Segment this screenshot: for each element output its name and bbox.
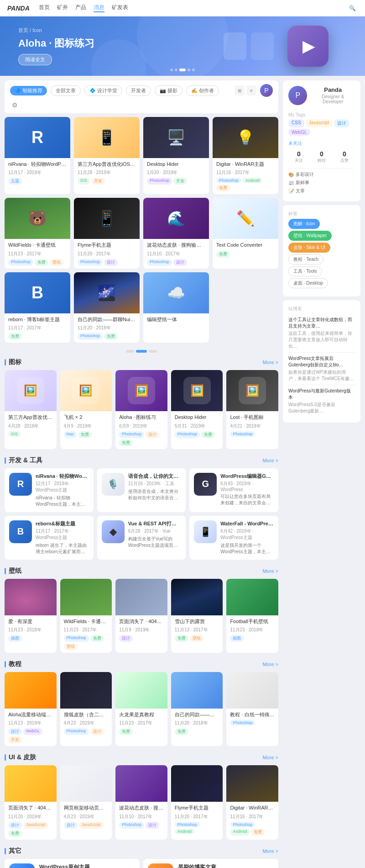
bottom-more-link[interactable]: More > (262, 848, 278, 854)
tut-card[interactable]: 自己的同款——群聊Nui的阿里云Di… 11月20 · 2018年 免费 (171, 672, 223, 746)
page-dot-2[interactable] (136, 350, 147, 353)
hero-dot-5[interactable] (192, 69, 195, 71)
hero-dot-1[interactable] (170, 69, 173, 71)
tut-more-link[interactable]: More > (262, 662, 278, 667)
icon-card-body: Aloha · 图标练习 6月9 · 2019年 Photoshop设计免费 (115, 411, 167, 449)
icon-card[interactable]: 🖼️ Desktop Hider 5月31 · 2019年 Photoshop免… (171, 370, 223, 449)
tut-card[interactable]: Aloha流量移动端在Web上的实现 11月23 · 2019年 设计WebGL… (5, 672, 57, 746)
nav-product[interactable]: 产品 (75, 4, 86, 12)
blog-item-1[interactable]: 这个工具让文章转化成数组，而且支持为文章… 这款工具，使用起来很简单，你只需要将… (288, 314, 355, 353)
nav-home[interactable]: 首页 (39, 4, 50, 12)
nav-message[interactable]: 消息 (94, 4, 104, 12)
post-card[interactable]: 📱 第三方App普改优化iOS12的iOS&状态设… 11月28 · 2019年… (74, 117, 140, 194)
nav-publish[interactable]: 矿发表 (112, 4, 128, 12)
ui-card[interactable]: 网页框架移动页面效果的实现 4月23 · 2019年 设计JavaScript (60, 765, 112, 839)
tag-skin[interactable]: 皮肤 · Skin & UI (288, 243, 330, 253)
post-card[interactable]: 💡 Digitar · WinRAR主题 11月16 · 2017年 Photo… (213, 117, 278, 194)
tut-card[interactable]: 搜狐皮肤（含二级皮肤）的设计方… 4月23 · 2019年 Photoshop设… (60, 672, 112, 746)
dev-card[interactable]: ◆ Vue & REST API打造WordPress主题选项页 6月28 · … (97, 516, 186, 560)
post-card[interactable]: R niRvana · 轻拟物WordPress主题 12月17 · 2019年… (5, 117, 70, 194)
dev-card[interactable]: 🎙️ 语音合成，让你的文章开口说话 11月16 · 2019年 · 工具 使用语… (97, 468, 186, 512)
post-card[interactable]: ☁️ 编辑壁纸一体 (143, 272, 209, 343)
post-card[interactable]: 🐻 WildFields · 卡通壁纸 11月23 · 2017年 Photos… (5, 198, 70, 268)
dev-card[interactable]: 📱 WaterFall - WordPress瀑布流主题 6月42 · 2019… (189, 516, 278, 560)
profile-info: Panda Designer & Developer (311, 86, 355, 109)
tut-card[interactable]: 火龙果是真教程 11月23 · 2017年 免费 (115, 672, 167, 746)
post-card[interactable]: 🌊 波花动态皮肤 · 搜狗输入法 11月10 · 2017年 Photoshop… (143, 198, 209, 268)
tag-design[interactable]: 设计 (334, 119, 349, 127)
tut-tags: Photoshop (230, 720, 275, 725)
page-dot-3[interactable] (149, 350, 157, 353)
tut-card[interactable]: 教程 · 白纸一特殊制作方法 Photoshop (226, 672, 278, 746)
bottom-title: 早期的博客文章 (178, 863, 274, 868)
ui-card[interactable]: 页面消失了 · 404设计 11月20 · 2019年 设计JavaScript… (5, 765, 57, 839)
hero-dot-4[interactable] (188, 69, 190, 71)
icon-emoji: 🖼️ (190, 384, 204, 397)
dev-card[interactable]: B reborn&标题主题 11月17 · 2017年 · WordPress主… (5, 516, 94, 560)
tag-desktop[interactable]: 桌面 · Desktop (288, 278, 328, 288)
icons-more-link[interactable]: More > (262, 360, 278, 365)
bottom-card[interactable]: 📚 早期的博客文章 NIAO 这是本人最早期的博客，里面保存了一些古老的文章，早… (143, 859, 278, 868)
tag-tools[interactable]: 工具 · Tools (288, 266, 322, 276)
icon-card[interactable]: 🖼️ 第三方App普改优化iOS12的iOS设计 4月28 · 2018年 iO… (5, 370, 57, 449)
ui-more-link[interactable]: More > (262, 755, 278, 760)
dev-card[interactable]: G WordPress编辑器Gutenberg创新自定义blo… 6月43 · … (189, 468, 278, 512)
post-tag: 免费 (78, 431, 92, 438)
post-card[interactable]: 🌌 自己的同款——群聊Nui的阿里云… 11月20 · 2018年 Photos… (74, 272, 140, 343)
post-card-title: reborn · 博客b标签主题 (8, 316, 67, 323)
unfollow-btn[interactable]: 未关注 (288, 140, 355, 147)
hero-read-btn[interactable]: 阅读全文 (18, 54, 52, 65)
ui-card[interactable]: 波花动态皮肤 · 搜狗输入法 11月10 · 2017年 Photoshop设计 (115, 765, 167, 839)
settings-icon[interactable]: ⚙ (10, 101, 19, 110)
wall-card[interactable]: 爱 · 有深度 11月23 · 2018年 插图 (5, 579, 57, 653)
icon-card[interactable]: 🖼️ Lost · 手机图标 4月21 · 2019年 Photoshop (226, 370, 278, 449)
post-card[interactable]: 🖥️ Desktop Hider 1月20 · 2019年 Photoshop开… (143, 117, 209, 194)
wall-card[interactable]: WildFields · 卡通壁纸 11月23 · 2017年 Photosho… (60, 579, 112, 653)
bottom-card[interactable]: W WordPress原创主题 Designer in Panda Design… (5, 859, 140, 868)
link-article[interactable]: 📝 文章 (288, 188, 355, 194)
filter-tag-all[interactable]: 全部文章 (51, 85, 81, 96)
site-logo[interactable]: PANDA (7, 5, 30, 12)
tag-icon[interactable]: 图解 · Icon (288, 219, 320, 229)
dev-card[interactable]: R niRvana · 轻拟物WordPress主题 12月17 · 2019年… (5, 468, 94, 512)
user-avatar-small[interactable]: P (260, 84, 273, 97)
tag-css[interactable]: CSS (288, 119, 304, 127)
icon-date: 4月28 · 2018年 (8, 423, 53, 429)
icons-section-title: 图标 (5, 358, 21, 366)
tag-wallpaper[interactable]: 壁纸 · Wallpaper (288, 231, 332, 241)
hero-dot-2[interactable] (175, 69, 177, 71)
hero-dot-3[interactable] (179, 69, 186, 71)
filter-tag-photo[interactable]: 📷 摄影 (155, 85, 182, 96)
grid-view-icon[interactable]: ⊞ (235, 85, 245, 95)
tag-teach[interactable]: 教程 · Teach (288, 254, 323, 265)
icon-card[interactable]: 🖼️ Aloha · 图标练习 6月9 · 2019年 Photoshop设计免… (115, 370, 167, 449)
page-dot-1[interactable] (126, 350, 134, 353)
post-card[interactable]: B reborn · 博客b标签主题 11月17 · 2017年 免费 (5, 272, 70, 343)
icon-card[interactable]: 🖼️ 飞机 × 2 4月9 · 2019年 Nao免费 (60, 370, 112, 449)
blog-item-3[interactable]: WordPress与最新Gutenberg版本 WordPress5.0是否兼容… (288, 385, 355, 417)
post-card[interactable]: 📱 Flyme手机主题 11月20 · 2017年 Photoshop设计 (74, 198, 140, 268)
post-card-date: 11月10 · 2017年 (147, 251, 205, 257)
blog-item-2[interactable]: WordPress文章拓展后Gutenberg创新自定义blo… 如果你是通过W… (288, 353, 355, 385)
list-view-icon[interactable]: ≡ (246, 85, 256, 95)
filter-tag-smart[interactable]: 🔷 智能推荐 (10, 86, 47, 95)
icon-emoji: 🖼️ (245, 384, 259, 397)
ui-card[interactable]: Digitar · WinRAR主题 11月16 · 2017年 Photosh… (226, 765, 278, 839)
dev-more-link[interactable]: More > (262, 458, 278, 463)
wall-card[interactable]: 雪山下的露营 11月13 · 2017年 免费壁纸 (171, 579, 223, 653)
filter-tag-dev[interactable]: 开发者 (126, 85, 151, 96)
tag-webgl[interactable]: WebGL (288, 129, 310, 136)
filter-tag-design[interactable]: 💠 设计学堂 (84, 85, 122, 96)
search-icon[interactable]: 🔍 (347, 3, 358, 14)
link-news[interactable]: 📰 新鲜事 (288, 180, 355, 186)
wall-card[interactable]: Football手机壁纸 11月23 · 2018年 插图 (226, 579, 278, 653)
tag-js[interactable]: Javascript (306, 119, 333, 127)
wall-card[interactable]: 页面消失了 · 404设计 11月9 · 2019年 设计 (115, 579, 167, 653)
nav-mine[interactable]: 矿井 (57, 4, 68, 12)
wall-more-link[interactable]: More > (262, 568, 278, 574)
ui-card[interactable]: Flyme手机主题 11月20 · 2017年 PhotoshopAndroid (171, 765, 223, 839)
post-card[interactable]: ✏️ Text Code Converter 免费 (213, 198, 278, 268)
profile-tags: CSS Javascript 设计 WebGL (288, 119, 355, 136)
link-design[interactable]: 🎨 多彩设计 (288, 171, 355, 178)
filter-tag-creator[interactable]: ✍️ 创作者 (186, 85, 219, 96)
